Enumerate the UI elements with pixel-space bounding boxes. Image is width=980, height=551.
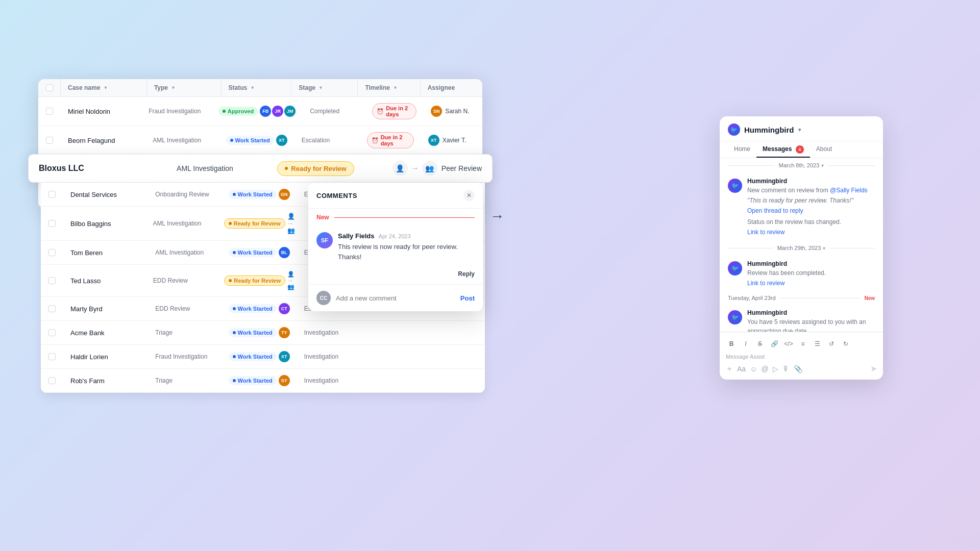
send-button[interactable]: ➤	[870, 364, 877, 373]
select-all-checkbox[interactable]	[46, 84, 53, 91]
case-assignee: XT Xavier T.	[421, 133, 482, 148]
table-row[interactable]: Beorn Felagund AML Investigation Work St…	[38, 126, 482, 155]
row-checkbox[interactable]	[48, 220, 56, 227]
row-checkbox[interactable]	[48, 329, 56, 336]
th-timeline[interactable]: Timeline ▼	[358, 79, 420, 96]
th-assignee: Assignee	[421, 79, 482, 96]
message-text: You have 5 reviews assigned to you with …	[747, 317, 875, 332]
case-name: Haldir Lorien	[63, 351, 148, 363]
bloxus-bar[interactable]: Bloxus LLC AML Investigation Ready for R…	[28, 154, 493, 183]
hummingbird-message-body: Hummingbird Review has been completed. L…	[747, 260, 875, 287]
case-name: Acme Bank	[63, 327, 148, 339]
nav-messages[interactable]: Messages 4	[756, 141, 810, 158]
message-sender: Hummingbird	[747, 178, 875, 185]
emoji-icon[interactable]: ☺	[750, 365, 757, 373]
divider-line	[334, 217, 475, 218]
row-checkbox[interactable]	[46, 137, 53, 144]
hummingbird-chevron-icon: ▾	[798, 127, 801, 133]
mention: @Sally Fields	[830, 187, 868, 194]
hummingbird-message: 🐦 Hummingbird Review has been completed.…	[720, 255, 883, 292]
nav-about[interactable]: About	[810, 141, 838, 158]
code-button[interactable]: </>	[783, 338, 794, 349]
hummingbird-compose: B I S 🔗 </> ≡ ☰ ↺ ↻ Message Assist ＋ Aa …	[720, 332, 883, 380]
bloxus-status: Ready for Review	[260, 161, 371, 176]
status-badge: Ready for Review	[224, 218, 285, 229]
table-row[interactable]: Haldir Lorien Fraud Investigation Work S…	[41, 345, 485, 369]
reply-button[interactable]: Reply	[458, 270, 475, 278]
link-button[interactable]: 🔗	[769, 338, 780, 349]
comment-meta: Sally Fields Apr 24, 2023	[338, 232, 475, 240]
case-assignee: SN Sarah N.	[424, 104, 482, 119]
redo-button[interactable]: ↻	[840, 338, 851, 349]
status-badge: Approved	[218, 107, 258, 116]
date-divider: March 8th, 2023 ▾	[720, 158, 883, 172]
attachment-icon[interactable]: 📎	[794, 365, 802, 373]
list-button[interactable]: ≡	[797, 338, 808, 349]
th-status[interactable]: Status ▼	[222, 79, 292, 96]
comments-title: COMMENTS	[316, 192, 357, 199]
new-badge: New	[864, 295, 875, 301]
row-checkbox[interactable]	[48, 305, 56, 312]
row-checkbox[interactable]	[48, 377, 56, 384]
mention-icon[interactable]: @	[761, 365, 768, 373]
case-timeline	[362, 379, 424, 383]
avatar: FB	[260, 106, 271, 117]
undo-button[interactable]: ↺	[826, 338, 837, 349]
th-case-name[interactable]: Case name ▼	[61, 79, 147, 96]
row-checkbox[interactable]	[48, 249, 56, 256]
status-badge: Ready for Review	[224, 276, 285, 286]
avatar: SY	[279, 375, 290, 386]
open-thread-link[interactable]: Open thread to reply	[747, 207, 875, 214]
status-dot	[233, 193, 236, 196]
case-name: Tom Beren	[63, 247, 148, 259]
row-checkbox[interactable]	[48, 353, 56, 360]
add-icon[interactable]: ＋	[726, 364, 733, 373]
case-timeline	[362, 355, 424, 359]
avatar: JR	[272, 106, 283, 117]
case-assignee	[424, 331, 485, 335]
audio-icon[interactable]: 🎙	[782, 365, 790, 373]
case-type: Fraud Investigation	[141, 106, 211, 117]
message-assist-label: Message Assist	[726, 352, 877, 362]
comment-author-avatar: SF	[316, 232, 333, 248]
video-icon[interactable]: ▷	[773, 365, 778, 373]
status-badge: Work Started	[229, 352, 277, 361]
nav-home[interactable]: Home	[728, 141, 756, 158]
case-status: Ready for Review 👤→👥	[217, 269, 302, 292]
status-dot	[233, 251, 236, 254]
assignee-avatar: XT	[428, 135, 439, 146]
text-format-icon[interactable]: Aa	[737, 365, 746, 373]
comment-date: Apr 24, 2023	[379, 233, 411, 239]
row-checkbox[interactable]	[46, 108, 53, 115]
table-row[interactable]: Acme Bank Triage Work Started TY Investi…	[41, 321, 485, 345]
ordered-list-button[interactable]: ☰	[812, 338, 823, 349]
quoted-text: "This is ready for peer review. Thanks!"	[747, 196, 875, 205]
avatar: XT	[276, 135, 287, 146]
compose-icons: ＋ Aa ☺ @ ▷ 🎙 📎	[726, 364, 802, 373]
post-button[interactable]: Post	[460, 294, 475, 302]
th-stage[interactable]: Stage ▼	[291, 79, 358, 96]
status-dot	[229, 222, 232, 225]
arrow-icon: →	[411, 164, 419, 173]
strikethrough-button[interactable]: S	[754, 338, 766, 349]
italic-button[interactable]: I	[740, 338, 751, 349]
comment-input[interactable]	[336, 294, 455, 302]
link-to-review-1[interactable]: Link to review	[747, 229, 875, 236]
status-dot	[233, 331, 236, 334]
case-status: Work Started CT	[222, 301, 297, 316]
bold-button[interactable]: B	[726, 338, 737, 349]
close-button[interactable]: ✕	[463, 190, 475, 201]
link-to-review-2[interactable]: Link to review	[747, 280, 875, 287]
row-checkbox[interactable]	[48, 277, 56, 284]
th-type[interactable]: Type ▼	[147, 79, 222, 96]
table-row[interactable]: Rob's Farm Triage Work Started SY Invest…	[41, 369, 485, 393]
compose-toolbar: B I S 🔗 </> ≡ ☰ ↺ ↻	[726, 336, 877, 352]
avatar: TY	[279, 327, 290, 338]
avatar: CT	[279, 303, 290, 314]
table-row[interactable]: Miriel Noldorin Fraud Investigation Appr…	[38, 97, 482, 126]
status-badge: Work Started	[229, 376, 277, 385]
case-stage: Investigation	[297, 351, 362, 362]
row-checkbox[interactable]	[48, 191, 56, 198]
comment-author-name: Sally Fields	[338, 232, 375, 240]
status-dot	[233, 379, 236, 382]
